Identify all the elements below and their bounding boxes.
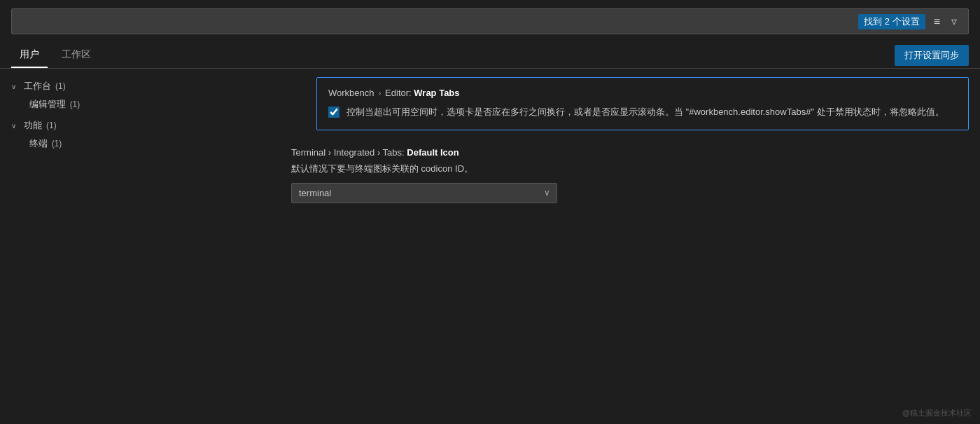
- search-bar: Editor: Wrap Tabs 找到 2 个设置 ≡ ▿: [11, 8, 969, 34]
- sidebar-group-features-label: 功能: [24, 119, 42, 132]
- sidebar-group-workbench-count: (1): [55, 81, 66, 91]
- setting-row-1: ⚙ Workbench › Editor: Wrap Tabs 控制当超出可用空…: [291, 69, 969, 142]
- setting-description-2: 默认情况下要与终端图标关联的 codicon ID。: [291, 162, 969, 176]
- setting-item-title-2: Terminal › Integrated › Tabs: Default Ic…: [291, 147, 969, 158]
- breadcrumb-sep-2b: ›: [377, 147, 383, 158]
- default-icon-select-wrapper: terminal tools code symbol-misc ∨: [291, 183, 557, 203]
- chevron-down-icon-2: ∨: [11, 122, 21, 130]
- tab-user[interactable]: 用户: [11, 43, 48, 68]
- sidebar-sub-label-terminal: 终端: [29, 138, 48, 149]
- sidebar-group-workbench-label: 工作台: [24, 80, 51, 93]
- content-area: ⚙ Workbench › Editor: Wrap Tabs 控制当超出可用空…: [280, 69, 980, 419]
- breadcrumb-mid-2: Integrated: [334, 147, 375, 158]
- breadcrumb-bold-1: Wrap Tabs: [414, 88, 459, 98]
- gear-col: ⚙: [291, 71, 316, 81]
- search-actions: 找到 2 个设置 ≡ ▿: [858, 13, 960, 29]
- sync-button[interactable]: 打开设置同步: [895, 45, 969, 66]
- watermark: @稿土掘金技术社区: [902, 408, 972, 418]
- setting-card-col: Workbench › Editor: Wrap Tabs 控制当超出可用空间时…: [316, 71, 969, 142]
- main-layout: ∨ 工作台 (1) 编辑管理 (1) ∨ 功能 (1) 终端 (1): [0, 69, 980, 419]
- sidebar-sub-count-editor-management: (1): [70, 100, 80, 109]
- sidebar-group-features-count: (1): [46, 121, 57, 130]
- breadcrumb-mid-1: Editor:: [385, 88, 414, 98]
- default-icon-select[interactable]: terminal tools code symbol-misc: [291, 183, 557, 203]
- breadcrumb-sep-1: ›: [378, 88, 384, 98]
- setting-description-1: 控制当超出可用空间时，选项卡是否应在多行之间换行，或者是否应显示滚动条。当 "#…: [346, 105, 944, 120]
- breadcrumb-suffix-2: Tabs:: [383, 147, 407, 158]
- sidebar-sub-count-terminal: (1): [52, 139, 62, 149]
- breadcrumb-prefix-1: Workbench: [328, 88, 374, 98]
- tabs-bar: 用户 工作区 打开设置同步: [0, 43, 980, 69]
- sidebar-sub-label-editor-management: 编辑管理: [29, 99, 66, 109]
- sidebar: ∨ 工作台 (1) 编辑管理 (1) ∨ 功能 (1) 终端 (1): [0, 69, 280, 419]
- setting-card-wrap-tabs: Workbench › Editor: Wrap Tabs 控制当超出可用空间时…: [316, 77, 969, 130]
- setting-item-default-icon: Terminal › Integrated › Tabs: Default Ic…: [291, 142, 969, 209]
- sidebar-item-terminal[interactable]: 终端 (1): [0, 135, 280, 153]
- chevron-down-icon: ∨: [11, 83, 21, 90]
- setting-breadcrumb-1: Workbench › Editor: Wrap Tabs: [328, 88, 957, 98]
- breadcrumb-sep-2a: ›: [328, 147, 334, 158]
- sidebar-item-editor-management[interactable]: 编辑管理 (1): [0, 95, 280, 114]
- setting-desc-row-1: 控制当超出可用空间时，选项卡是否应在多行之间换行，或者是否应显示滚动条。当 "#…: [328, 105, 957, 120]
- wrap-tabs-checkbox[interactable]: [328, 107, 340, 118]
- wrap-tabs-checkbox-wrapper: [328, 107, 340, 120]
- filter-lines-icon[interactable]: ≡: [931, 14, 943, 29]
- breadcrumb-prefix-2: Terminal: [291, 147, 326, 158]
- sidebar-group-features-header[interactable]: ∨ 功能 (1): [0, 116, 280, 135]
- sidebar-group-features: ∨ 功能 (1) 终端 (1): [0, 116, 280, 153]
- sidebar-group-workbench: ∨ 工作台 (1) 编辑管理 (1): [0, 77, 280, 114]
- sidebar-group-workbench-header[interactable]: ∨ 工作台 (1): [0, 77, 280, 95]
- tab-workspace[interactable]: 工作区: [53, 43, 99, 68]
- search-count: 找到 2 个设置: [858, 14, 925, 29]
- funnel-icon[interactable]: ▿: [948, 13, 960, 29]
- search-input[interactable]: Editor: Wrap Tabs: [20, 16, 858, 27]
- breadcrumb-bold-2: Default Icon: [407, 147, 458, 158]
